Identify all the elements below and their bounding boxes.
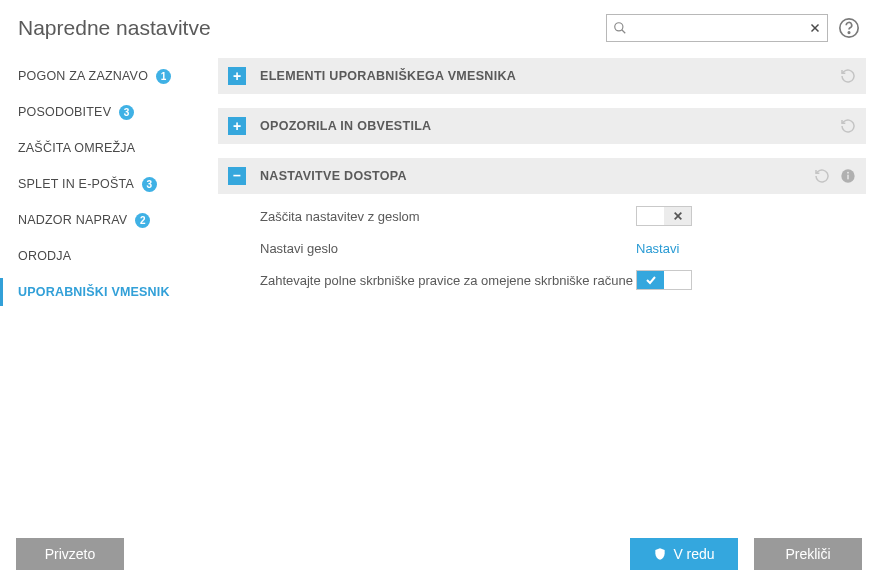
section-header[interactable]: + ELEMENTI UPORABNIŠKEGA VMESNIKA (218, 58, 866, 94)
section-header[interactable]: + OPOZORILA IN OBVESTILA (218, 108, 866, 144)
badge: 2 (135, 213, 150, 228)
ok-label: V redu (673, 546, 714, 562)
help-icon (838, 17, 860, 39)
sidebar: POGON ZA ZAZNAVO 1 POSODOBITEV 3 ZAŠČITA… (0, 52, 218, 512)
badge: 3 (142, 177, 157, 192)
row-password-protect: Zaščita nastavitev z geslom (218, 200, 866, 232)
search-icon (613, 21, 627, 35)
sidebar-item-network-protection[interactable]: ZAŠČITA OMREŽJA (0, 130, 218, 166)
sidebar-item-detection-engine[interactable]: POGON ZA ZAZNAVO 1 (0, 58, 218, 94)
svg-point-5 (848, 32, 849, 33)
default-button[interactable]: Privzeto (16, 538, 124, 570)
help-button[interactable] (838, 17, 860, 39)
clear-icon[interactable] (809, 22, 821, 34)
sidebar-item-web-email[interactable]: SPLET IN E-POŠTA 3 (0, 166, 218, 202)
section-title: OPOZORILA IN OBVESTILA (260, 119, 431, 133)
badge: 3 (119, 105, 134, 120)
sidebar-item-label: ORODJA (18, 249, 71, 263)
info-icon[interactable] (840, 168, 856, 184)
sidebar-item-label: SPLET IN E-POŠTA (18, 177, 134, 191)
sidebar-item-label: POSODOBITEV (18, 105, 111, 119)
collapse-button[interactable]: – (228, 167, 246, 185)
svg-point-0 (615, 23, 623, 31)
row-require-admin: Zahtevajte polne skrbniške pravice za om… (218, 264, 866, 296)
expand-button[interactable]: + (228, 117, 246, 135)
sidebar-item-user-interface[interactable]: UPORABNIŠKI VMESNIK (0, 274, 218, 310)
section-header[interactable]: – NASTAVITVE DOSTOPA (218, 158, 866, 194)
search-box[interactable] (606, 14, 828, 42)
section-title: ELEMENTI UPORABNIŠKEGA VMESNIKA (260, 69, 516, 83)
svg-line-1 (622, 30, 626, 34)
sidebar-item-label: POGON ZA ZAZNAVO (18, 69, 148, 83)
svg-point-8 (847, 172, 849, 174)
expand-button[interactable]: + (228, 67, 246, 85)
sidebar-item-tools[interactable]: ORODJA (0, 238, 218, 274)
ok-button[interactable]: V redu (630, 538, 738, 570)
section-title: NASTAVITVE DOSTOPA (260, 169, 407, 183)
search-input[interactable] (631, 21, 805, 36)
footer: Privzeto V redu Prekliči (0, 523, 878, 585)
main-panel: + ELEMENTI UPORABNIŠKEGA VMESNIKA + OPOZ… (218, 52, 866, 512)
sidebar-item-device-control[interactable]: NADZOR NAPRAV 2 (0, 202, 218, 238)
toggle-password-protect[interactable] (636, 206, 692, 226)
plus-icon: + (233, 119, 241, 133)
svg-rect-7 (847, 175, 848, 180)
row-set-password: Nastavi geslo Nastavi (218, 232, 866, 264)
sidebar-item-label: NADZOR NAPRAV (18, 213, 127, 227)
section-access-settings: – NASTAVITVE DOSTOPA Zaščita nastavitev … (218, 158, 866, 298)
row-label: Nastavi geslo (260, 241, 636, 256)
cancel-button[interactable]: Prekliči (754, 538, 862, 570)
minus-icon: – (233, 168, 241, 182)
section-ui-elements: + ELEMENTI UPORABNIŠKEGA VMESNIKA (218, 58, 866, 94)
row-label: Zahtevajte polne skrbniške pravice za om… (260, 273, 636, 288)
reset-icon[interactable] (814, 168, 830, 184)
toggle-require-admin[interactable] (636, 270, 692, 290)
sidebar-item-label: UPORABNIŠKI VMESNIK (18, 285, 170, 299)
row-label: Zaščita nastavitev z geslom (260, 209, 636, 224)
badge: 1 (156, 69, 171, 84)
section-alerts: + OPOZORILA IN OBVESTILA (218, 108, 866, 144)
reset-icon[interactable] (840, 118, 856, 134)
reset-icon[interactable] (840, 68, 856, 84)
sidebar-item-update[interactable]: POSODOBITEV 3 (0, 94, 218, 130)
page-title: Napredne nastavitve (18, 16, 211, 40)
set-password-link[interactable]: Nastavi (636, 241, 679, 256)
plus-icon: + (233, 69, 241, 83)
sidebar-item-label: ZAŠČITA OMREŽJA (18, 141, 135, 155)
shield-icon (653, 547, 667, 561)
